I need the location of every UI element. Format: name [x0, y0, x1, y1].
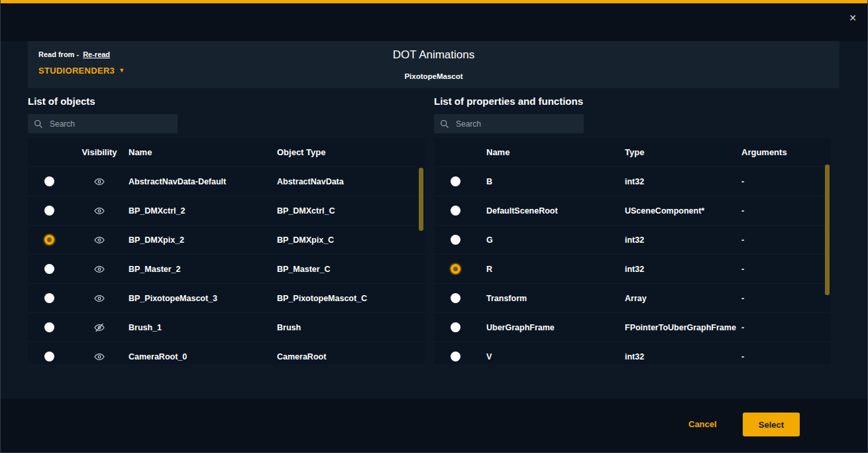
select-radio-cell: [434, 293, 476, 303]
property-arguments: -: [741, 235, 831, 245]
select-radio[interactable]: [451, 322, 461, 332]
select-radio[interactable]: [451, 352, 461, 361]
table-row[interactable]: G int32 -: [434, 226, 831, 255]
select-radio[interactable]: [451, 293, 461, 303]
eye-icon[interactable]: [94, 264, 105, 275]
object-type: CameraRoot: [277, 352, 425, 361]
eye-off-icon[interactable]: [94, 322, 105, 333]
select-radio[interactable]: [44, 235, 54, 245]
select-radio-cell: [28, 352, 70, 361]
visibility-cell: [70, 176, 129, 187]
objects-panel-title: List of objects: [28, 96, 95, 107]
property-name: G: [476, 235, 625, 245]
property-name: B: [476, 177, 625, 186]
property-arguments: -: [741, 177, 831, 186]
search-icon: [440, 119, 449, 129]
select-radio[interactable]: [44, 264, 54, 274]
table-row[interactable]: B int32 -: [434, 167, 831, 196]
source-selector[interactable]: STUDIORENDER3▼: [38, 66, 125, 76]
table-row[interactable]: R int32 -: [434, 255, 831, 284]
property-name: DefaultSceneRoot: [476, 206, 625, 216]
cancel-button[interactable]: Cancel: [688, 419, 717, 429]
table-row[interactable]: V int32 -: [434, 342, 831, 364]
table-row[interactable]: BP_Master_2 BP_Master_C: [28, 255, 425, 284]
visibility-cell: [70, 293, 129, 304]
objects-scrollbar[interactable]: [419, 138, 423, 364]
table-row[interactable]: DefaultSceneRoot USceneComponent* -: [434, 196, 831, 226]
select-radio-cell: [28, 176, 70, 186]
select-radio[interactable]: [44, 352, 54, 361]
accent-top-bar: [1, 0, 867, 3]
object-name: BP_DMXpix_2: [129, 235, 277, 245]
object-type: BP_Master_C: [277, 265, 425, 274]
table-row[interactable]: Brush_1 Brush: [28, 313, 425, 342]
properties-table: Name Type Arguments B int32 - DefaultSce…: [434, 138, 831, 364]
select-radio-cell: [28, 293, 70, 303]
table-row[interactable]: AbstractNavData-Default AbstractNavData: [28, 167, 425, 196]
select-radio[interactable]: [451, 264, 461, 274]
table-row[interactable]: BP_DMXpix_2 BP_DMXpix_C: [28, 226, 425, 255]
table-row[interactable]: Transform Array -: [434, 284, 831, 313]
object-type: BP_PixotopeMascot_C: [277, 294, 425, 303]
property-type: Array: [625, 294, 741, 303]
select-radio[interactable]: [44, 293, 54, 303]
objects-search: [28, 114, 178, 133]
column-header-type: Type: [625, 147, 741, 157]
dialog-title: DOT Animations: [28, 48, 840, 62]
select-radio[interactable]: [44, 176, 54, 186]
table-row[interactable]: BP_PixotopeMascot_3 BP_PixotopeMascot_C: [28, 284, 425, 313]
select-radio-cell: [28, 235, 70, 245]
read-from-row: Read from -Re-read: [38, 50, 110, 58]
eye-icon[interactable]: [94, 206, 105, 216]
select-radio-cell: [434, 322, 476, 332]
property-type: FPointerToUberGraphFrame: [625, 323, 741, 332]
object-type: Brush: [277, 323, 425, 332]
object-name: BP_DMXctrl_2: [129, 206, 277, 216]
objects-search-input[interactable]: [48, 119, 172, 129]
visibility-cell: [70, 322, 129, 333]
column-header-arguments: Arguments: [741, 147, 831, 157]
properties-panel-title: List of properties and functions: [434, 96, 583, 107]
column-header-name: Name: [129, 147, 277, 157]
property-type: USceneComponent*: [625, 206, 741, 216]
property-arguments: -: [741, 265, 831, 274]
properties-search-input[interactable]: [455, 119, 578, 129]
select-radio[interactable]: [44, 322, 54, 332]
table-row[interactable]: CameraRoot_0 CameraRoot: [28, 342, 425, 364]
objects-scrollbar-thumb[interactable]: [419, 168, 423, 231]
objects-table-body: AbstractNavData-Default AbstractNavData …: [28, 167, 425, 364]
select-radio-cell: [434, 264, 476, 274]
eye-icon[interactable]: [94, 293, 105, 304]
property-type: int32: [625, 352, 741, 361]
property-name: Transform: [476, 294, 625, 303]
eye-icon[interactable]: [94, 176, 105, 187]
column-header-object-type: Object Type: [277, 147, 425, 157]
reread-link[interactable]: Re-read: [83, 50, 110, 58]
properties-table-header: Name Type Arguments: [434, 138, 831, 167]
select-radio-cell: [28, 264, 70, 274]
property-arguments: -: [741, 352, 831, 361]
object-name: BP_PixotopeMascot_3: [129, 294, 277, 303]
properties-scrollbar-thumb[interactable]: [825, 164, 830, 295]
properties-scrollbar[interactable]: [825, 138, 830, 364]
table-row[interactable]: BP_DMXctrl_2 BP_DMXctrl_C: [28, 196, 425, 226]
visibility-cell: [70, 352, 129, 362]
select-radio[interactable]: [451, 176, 461, 186]
table-row[interactable]: UberGraphFrame FPointerToUberGraphFrame …: [434, 313, 831, 342]
objects-table: Visibility Name Object Type AbstractNavD…: [28, 138, 425, 364]
select-button[interactable]: Select: [743, 413, 800, 436]
select-radio[interactable]: [44, 206, 54, 216]
object-name: CameraRoot_0: [129, 352, 277, 361]
property-name: UberGraphFrame: [476, 323, 625, 332]
property-arguments: -: [741, 206, 831, 216]
select-radio[interactable]: [451, 206, 461, 216]
source-name: STUDIORENDER3: [38, 66, 115, 76]
select-radio-cell: [28, 206, 70, 216]
eye-icon[interactable]: [94, 235, 105, 245]
object-type: AbstractNavData: [277, 177, 425, 186]
close-icon[interactable]: ✕: [849, 13, 857, 23]
object-name: BP_Master_2: [129, 265, 277, 274]
eye-icon[interactable]: [94, 352, 105, 362]
dialog-window: ✕ Read from -Re-read STUDIORENDER3▼ DOT …: [0, 0, 868, 453]
select-radio[interactable]: [451, 235, 461, 245]
